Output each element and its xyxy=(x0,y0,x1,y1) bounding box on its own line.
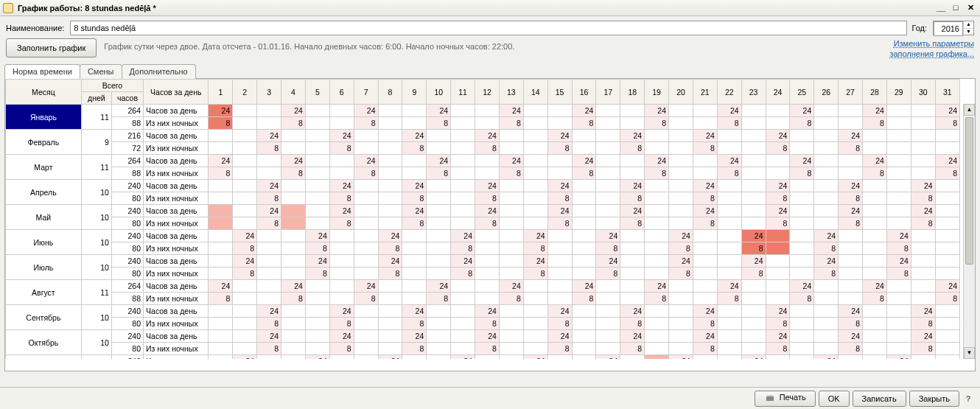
scroll-down-icon[interactable]: ▼ xyxy=(964,347,975,359)
printer-icon xyxy=(764,394,776,404)
fill-schedule-button[interactable]: Заполнить график xyxy=(6,38,97,57)
vertical-scrollbar[interactable]: ▲ ▼ xyxy=(963,104,975,359)
month-cell[interactable]: Апрель xyxy=(6,180,82,205)
month-cell[interactable]: Июль xyxy=(6,255,82,280)
tab-norm[interactable]: Норма времени xyxy=(4,64,80,79)
maximize-button[interactable]: □ xyxy=(949,2,962,14)
tabs: Норма времени Смены Дополнительно xyxy=(0,64,980,79)
tab-extra[interactable]: Дополнительно xyxy=(122,64,196,79)
year-up-icon[interactable]: ▲ xyxy=(964,21,973,29)
change-params-link[interactable]: Изменить параметры заполнения графика... xyxy=(889,38,974,59)
month-cell[interactable]: Январь xyxy=(6,105,82,130)
print-button[interactable]: Печать xyxy=(755,391,816,407)
year-label: Год: xyxy=(911,24,927,32)
close-button[interactable]: ✕ xyxy=(964,2,977,14)
month-cell[interactable]: Сентябрь xyxy=(6,305,82,330)
tab-shifts[interactable]: Смены xyxy=(80,64,122,79)
month-cell[interactable]: Ноябрь xyxy=(6,355,82,360)
help-icon[interactable]: ? xyxy=(962,394,974,403)
scroll-up-icon[interactable]: ▲ xyxy=(964,104,975,116)
month-cell[interactable]: Февраль xyxy=(6,130,82,155)
month-cell[interactable]: Май xyxy=(6,205,82,230)
month-cell[interactable]: Октябрь xyxy=(6,330,82,355)
app-icon xyxy=(3,3,13,13)
ok-button[interactable]: OK xyxy=(819,391,850,407)
footer: Печать OK Записать Закрыть ? xyxy=(0,387,980,409)
month-cell[interactable]: Март xyxy=(6,155,82,180)
schedule-info-text: График сутки через двое. Дата отсчета - … xyxy=(104,38,514,52)
save-button[interactable]: Записать xyxy=(853,391,906,407)
minimize-button[interactable]: __ xyxy=(934,2,948,14)
name-input[interactable] xyxy=(70,21,907,35)
close-form-button[interactable]: Закрыть xyxy=(909,391,959,407)
window-title: График работы: 8 stundas nedēļā * xyxy=(18,4,156,13)
name-label: Наименование: xyxy=(6,24,64,32)
titlebar: График работы: 8 stundas nedēļā * __ □ ✕ xyxy=(0,0,980,16)
year-stepper[interactable]: ▲ ▼ xyxy=(933,21,974,35)
year-input[interactable] xyxy=(934,21,963,36)
year-down-icon[interactable]: ▼ xyxy=(964,29,973,35)
month-cell[interactable]: Июнь xyxy=(6,230,82,255)
scroll-thumb[interactable] xyxy=(965,117,973,265)
month-cell[interactable]: Август xyxy=(6,280,82,305)
schedule-table[interactable]: МесяцВсегоЧасов за день12345678910111213… xyxy=(5,79,960,359)
